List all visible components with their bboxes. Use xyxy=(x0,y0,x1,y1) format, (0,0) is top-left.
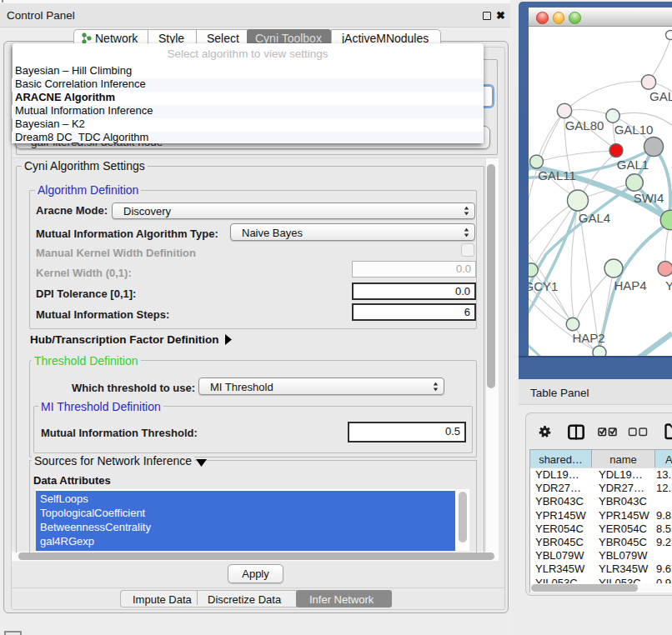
svg-text:HAP2: HAP2 xyxy=(572,331,604,345)
svg-text:GCY1: GCY1 xyxy=(529,279,558,293)
svg-text:GAL10: GAL10 xyxy=(614,122,654,137)
svg-text:SWI4: SWI4 xyxy=(634,191,664,205)
svg-text:GAL1: GAL1 xyxy=(617,158,649,172)
svg-text:GAL80: GAL80 xyxy=(565,118,604,132)
svg-text:GAL2: GAL2 xyxy=(649,89,672,103)
svg-text:GAL11: GAL11 xyxy=(538,168,576,182)
svg-text:GAL4: GAL4 xyxy=(579,211,610,225)
svg-text:HAP4: HAP4 xyxy=(614,278,646,292)
svg-text:YJ: YJ xyxy=(665,278,672,292)
